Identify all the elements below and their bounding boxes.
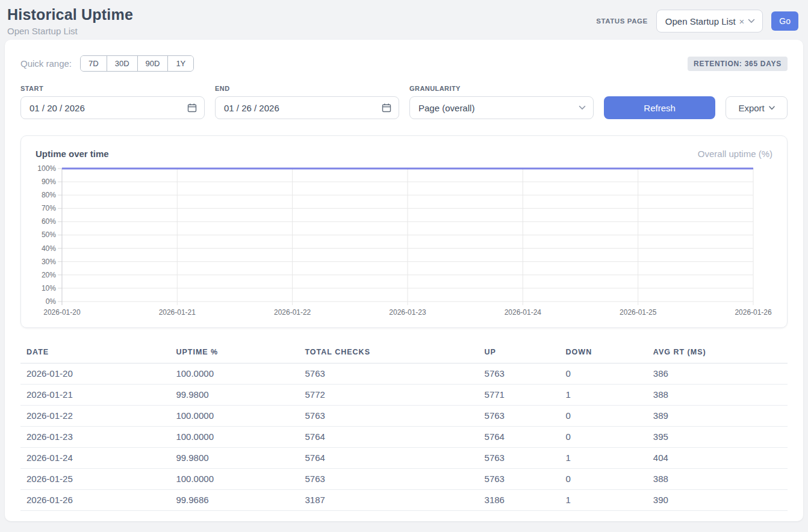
table-cell: 2026-01-21 bbox=[20, 385, 170, 406]
column-header-avg-rt-ms-: AVG RT (MS) bbox=[647, 342, 788, 363]
table-cell: 5763 bbox=[299, 406, 478, 427]
start-date-field-group: START 01 / 20 / 2026 bbox=[20, 85, 205, 119]
svg-text:60%: 60% bbox=[42, 217, 56, 226]
table-cell: 5763 bbox=[479, 406, 560, 427]
table-cell: 100.0000 bbox=[170, 406, 299, 427]
start-date-value: 01 / 20 / 2026 bbox=[30, 103, 85, 113]
table-cell: 2026-01-26 bbox=[20, 490, 170, 511]
table-cell: 5763 bbox=[479, 469, 560, 490]
svg-text:90%: 90% bbox=[42, 178, 56, 186]
chart-legend: Overall uptime (%) bbox=[698, 149, 772, 159]
column-header-date: DATE bbox=[20, 342, 170, 363]
table-row: 2026-01-25100.0000576357630388 bbox=[20, 469, 788, 490]
table-cell: 5763 bbox=[299, 363, 478, 385]
table-cell: 100.0000 bbox=[170, 363, 299, 385]
granularity-field-group: GRANULARITY Page (overall) bbox=[409, 85, 594, 119]
table-cell: 386 bbox=[647, 363, 788, 385]
calendar-icon[interactable] bbox=[382, 103, 391, 113]
quick-range-1y[interactable]: 1Y bbox=[167, 56, 193, 71]
svg-text:80%: 80% bbox=[42, 191, 56, 199]
export-button-label: Export bbox=[738, 103, 764, 113]
column-header-up: UP bbox=[479, 342, 560, 363]
table-cell: 389 bbox=[647, 406, 788, 427]
table-cell: 0 bbox=[560, 469, 647, 490]
table-header-row: DATEUPTIME %TOTAL CHECKSUPDOWNAVG RT (MS… bbox=[20, 342, 788, 363]
page-subtitle: Open Startup List bbox=[7, 26, 133, 36]
svg-text:2026-01-24: 2026-01-24 bbox=[505, 308, 542, 317]
filter-fields-row: START 01 / 20 / 2026 END 01 / 26 / 2026 bbox=[20, 85, 788, 119]
title-block: Historical Uptime Open Startup List bbox=[7, 6, 133, 36]
granularity-select[interactable]: Page (overall) bbox=[409, 96, 594, 119]
table-cell: 1 bbox=[560, 448, 647, 469]
table-row: 2026-01-22100.0000576357630389 bbox=[20, 406, 788, 427]
table-cell: 404 bbox=[647, 448, 788, 469]
refresh-button[interactable]: Refresh bbox=[604, 96, 715, 119]
table-row: 2026-01-20100.0000576357630386 bbox=[20, 363, 788, 385]
start-date-label: START bbox=[20, 85, 205, 92]
table-cell: 390 bbox=[647, 490, 788, 511]
table-cell: 2026-01-20 bbox=[20, 363, 170, 385]
quick-range-30d[interactable]: 30D bbox=[107, 56, 137, 71]
main-panel: Quick range: 7D30D90D1Y RETENTION: 365 D… bbox=[5, 40, 803, 521]
quick-range-group: 7D30D90D1Y bbox=[80, 55, 194, 72]
table-cell: 100.0000 bbox=[170, 427, 299, 448]
table-cell: 5772 bbox=[299, 385, 478, 406]
calendar-icon[interactable] bbox=[187, 103, 197, 113]
chevron-down-icon bbox=[769, 106, 775, 110]
status-page-select[interactable]: Open Startup List × bbox=[656, 10, 763, 32]
table-cell: 2026-01-24 bbox=[20, 448, 170, 469]
quick-range-label: Quick range: bbox=[20, 58, 72, 69]
svg-text:20%: 20% bbox=[42, 271, 56, 279]
table-cell: 0 bbox=[560, 427, 647, 448]
column-header-down: DOWN bbox=[560, 342, 647, 363]
granularity-value: Page (overall) bbox=[418, 103, 474, 113]
retention-badge: RETENTION: 365 DAYS bbox=[688, 57, 788, 71]
export-button[interactable]: Export bbox=[726, 96, 788, 119]
page-header: Historical Uptime Open Startup List STAT… bbox=[0, 0, 808, 40]
end-date-input[interactable]: 01 / 26 / 2026 bbox=[215, 96, 399, 119]
table-cell: 100.0000 bbox=[170, 469, 299, 490]
clear-selection-icon[interactable]: × bbox=[739, 17, 745, 26]
uptime-line-chart: 0%10%20%30%40%50%60%70%80%90%100%2026-01… bbox=[36, 164, 772, 320]
svg-text:50%: 50% bbox=[42, 230, 56, 239]
start-date-input[interactable]: 01 / 20 / 2026 bbox=[20, 96, 205, 119]
table-cell: 5764 bbox=[479, 427, 560, 448]
table-row: 2026-01-2199.9800577257711388 bbox=[20, 385, 788, 406]
svg-text:0%: 0% bbox=[46, 297, 57, 306]
table-cell: 5764 bbox=[299, 427, 478, 448]
table-cell: 1 bbox=[560, 385, 647, 406]
table-cell: 2026-01-22 bbox=[20, 406, 170, 427]
quick-range-row: Quick range: 7D30D90D1Y RETENTION: 365 D… bbox=[20, 55, 788, 72]
svg-text:100%: 100% bbox=[37, 164, 56, 173]
status-page-value: Open Startup List bbox=[665, 16, 736, 26]
table-cell: 99.9686 bbox=[170, 490, 299, 511]
table-cell: 5764 bbox=[299, 448, 478, 469]
svg-text:30%: 30% bbox=[42, 258, 56, 266]
table-cell: 2026-01-23 bbox=[20, 427, 170, 448]
table-cell: 3186 bbox=[479, 490, 560, 511]
table-cell: 5771 bbox=[479, 385, 560, 406]
chart-title: Uptime over time bbox=[36, 149, 109, 159]
quick-range-90d[interactable]: 90D bbox=[137, 56, 168, 71]
table-cell: 388 bbox=[647, 385, 788, 406]
quick-range-7d[interactable]: 7D bbox=[81, 56, 107, 71]
go-button[interactable]: Go bbox=[771, 11, 798, 31]
table-row: 2026-01-23100.0000576457640395 bbox=[20, 427, 788, 448]
svg-text:70%: 70% bbox=[42, 204, 56, 212]
status-page-controls: STATUS PAGE Open Startup List × Go bbox=[596, 10, 798, 32]
table-cell: 1 bbox=[560, 490, 647, 511]
table-cell: 99.9800 bbox=[170, 448, 299, 469]
end-date-field-group: END 01 / 26 / 2026 bbox=[215, 85, 399, 119]
uptime-chart-card: Uptime over time Overall uptime (%) 0%10… bbox=[20, 135, 788, 328]
table-row: 2026-01-2699.9686318731861390 bbox=[20, 490, 788, 511]
svg-text:2026-01-23: 2026-01-23 bbox=[389, 308, 426, 317]
svg-text:2026-01-22: 2026-01-22 bbox=[274, 308, 311, 317]
table-cell: 2026-01-25 bbox=[20, 469, 170, 490]
chevron-down-icon bbox=[579, 105, 586, 110]
status-page-label: STATUS PAGE bbox=[596, 17, 648, 25]
page-title: Historical Uptime bbox=[7, 6, 133, 23]
column-header-total-checks: TOTAL CHECKS bbox=[299, 342, 478, 363]
chevron-down-icon bbox=[748, 19, 755, 23]
svg-text:40%: 40% bbox=[42, 244, 56, 253]
table-row: 2026-01-2499.9800576457631404 bbox=[20, 448, 788, 469]
